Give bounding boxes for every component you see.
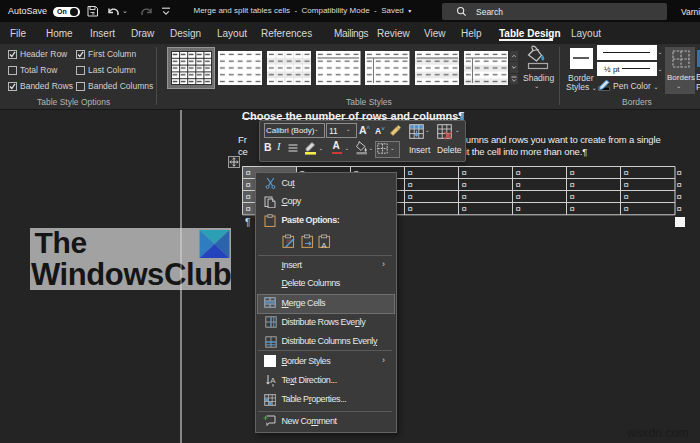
- svg-text:A: A: [321, 240, 327, 248]
- svg-text:A: A: [270, 376, 276, 385]
